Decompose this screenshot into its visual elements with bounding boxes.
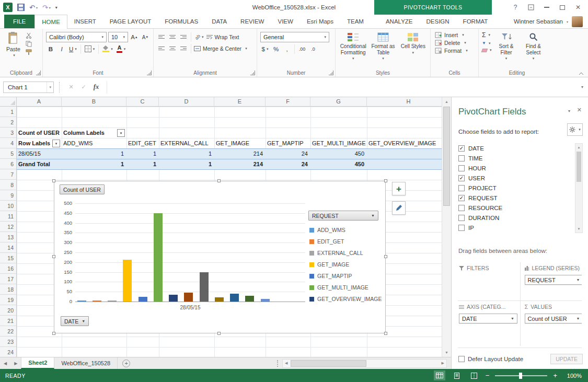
fill-button[interactable]: ▼▾ xyxy=(482,41,492,45)
tab-design[interactable]: DESIGN xyxy=(420,15,456,28)
sheet-nav-right-icon[interactable]: ▶ xyxy=(10,361,21,366)
cell-C6[interactable]: 1 xyxy=(126,159,159,169)
row-header-5[interactable]: 5 xyxy=(0,148,16,159)
chart-bar-get-multi-image[interactable] xyxy=(154,213,163,302)
cell-C5[interactable]: 1 xyxy=(126,148,159,159)
chart-handle[interactable] xyxy=(217,179,221,182)
cell-E4[interactable]: GET_IMAGE xyxy=(214,138,266,148)
cell-B6[interactable]: 1 xyxy=(62,159,126,169)
clipboard-dialog-launcher[interactable] xyxy=(36,71,41,75)
bold-button[interactable]: B xyxy=(46,44,55,54)
column-header-f[interactable]: F xyxy=(266,97,310,106)
percent-style-button[interactable]: % xyxy=(271,44,281,54)
save-button[interactable] xyxy=(17,4,25,11)
field-checkbox-ip[interactable] xyxy=(458,225,465,231)
row-header-1[interactable]: 1 xyxy=(0,107,16,117)
help-button[interactable]: ? xyxy=(508,0,523,15)
field-chip-request[interactable]: REQUEST▼ xyxy=(525,275,582,285)
align-bottom-button[interactable] xyxy=(179,32,188,42)
cell-B5[interactable]: 1 xyxy=(62,148,126,159)
chart-handle[interactable] xyxy=(52,255,55,258)
autosum-button[interactable]: Σ▾ xyxy=(482,32,492,38)
field-item-time[interactable]: TIME xyxy=(458,153,573,163)
view-page-layout-icon[interactable] xyxy=(451,371,463,380)
cell-B3[interactable]: Column Labels▾ xyxy=(62,128,126,138)
format-cells-button[interactable]: Format▾ xyxy=(435,48,475,54)
defer-layout-checkbox[interactable] xyxy=(458,356,465,362)
row-header-3[interactable]: 3 xyxy=(0,128,16,138)
number-dialog-launcher[interactable] xyxy=(329,71,333,75)
field-item-date[interactable]: ✓DATE xyxy=(458,143,573,153)
chart-handle[interactable] xyxy=(52,332,55,335)
chart-bar-get-maptip[interactable] xyxy=(139,297,147,302)
cell-C4[interactable]: EDIT_GET xyxy=(126,138,159,148)
chart-bar-get-image[interactable] xyxy=(123,260,132,302)
view-page-break-icon[interactable] xyxy=(468,371,480,380)
row-header-13[interactable]: 13 xyxy=(0,232,16,242)
row-header-4[interactable]: 4 xyxy=(0,138,16,148)
row-header-19[interactable]: 19 xyxy=(0,295,16,305)
field-checkbox-request[interactable]: ✓ xyxy=(458,195,465,201)
zoom-out-button[interactable]: − xyxy=(486,372,490,379)
row-header-17[interactable]: 17 xyxy=(0,274,16,284)
chart-bar-series-9[interactable] xyxy=(200,272,209,302)
align-top-button[interactable] xyxy=(157,32,166,42)
sheet-nav-left-icon[interactable]: ◀ xyxy=(0,361,10,366)
column-header-h[interactable]: H xyxy=(367,97,442,106)
cell-H4[interactable]: GET_OVERVIEW_IMAGE xyxy=(367,138,442,148)
row-header-8[interactable]: 8 xyxy=(0,180,16,190)
formula-bar-expand-icon[interactable]: ▾ xyxy=(577,85,588,89)
legend-item-get-image[interactable]: GET_IMAGE xyxy=(309,259,382,270)
orientation-button[interactable]: ab▾ xyxy=(194,32,205,42)
row-header-14[interactable]: 14 xyxy=(0,242,16,253)
undo-button[interactable]: ↶▾ xyxy=(29,4,38,11)
new-sheet-button[interactable]: + xyxy=(122,360,130,367)
field-chip-count-of-user[interactable]: Count of USER▼ xyxy=(525,314,582,323)
chart-handle[interactable] xyxy=(384,332,387,335)
pane-options-icon[interactable]: ▾ xyxy=(568,109,570,113)
area-axis[interactable]: AXIS (CATEG... DATE▼ xyxy=(458,301,520,346)
chart-bar-series-11[interactable] xyxy=(230,294,239,302)
close-button[interactable]: ✕ xyxy=(570,0,586,15)
chart-bar-add-wms[interactable] xyxy=(77,300,86,302)
tools-gear-button[interactable]: ▾ xyxy=(567,123,583,136)
cell-D4[interactable]: EXTERNAL_CALL xyxy=(159,138,214,148)
borders-button[interactable]: ▾ xyxy=(84,44,96,54)
field-item-duration[interactable]: DURATION xyxy=(458,213,573,223)
cancel-icon[interactable]: ✕ xyxy=(65,84,77,90)
cell-B4[interactable]: ADD_WMS xyxy=(62,138,126,148)
cell-D6[interactable]: 1 xyxy=(159,159,214,169)
name-box[interactable]: Chart 1 ▾ xyxy=(3,82,54,93)
row-header-10[interactable]: 10 xyxy=(0,201,16,211)
cell-A4[interactable]: Row Labels▾ xyxy=(17,138,62,148)
field-chip-date[interactable]: DATE▼ xyxy=(459,314,517,323)
restore-button[interactable] xyxy=(555,0,570,15)
cell-A5[interactable]: 28/05/15 xyxy=(17,148,62,159)
cell-F6[interactable]: 24 xyxy=(266,159,310,169)
font-size-combo[interactable]: 10▾ xyxy=(108,32,128,42)
pivot-chart[interactable]: Count of USER REQUEST▼ DATE▼ ADD_WMSEDIT… xyxy=(54,181,386,333)
tab-esri-maps[interactable]: Esri Maps xyxy=(300,15,340,28)
legend-item-add-wms[interactable]: ADD_WMS xyxy=(309,224,382,236)
chart-axis-field-button[interactable]: DATE▼ xyxy=(61,316,89,326)
cell-styles-button[interactable]: Cell Styles▾ xyxy=(399,30,428,62)
font-color-button[interactable]: A▾ xyxy=(116,44,127,54)
number-format-combo[interactable]: General▾ xyxy=(260,32,329,42)
align-center-button[interactable] xyxy=(168,43,177,53)
copy-button[interactable] xyxy=(26,41,32,47)
update-button[interactable]: UPDATE xyxy=(550,354,583,364)
sheet-tab-weboffice-150528[interactable]: WebOffice_150528 xyxy=(54,357,118,369)
enter-icon[interactable]: ✓ xyxy=(77,84,90,90)
row-header-9[interactable]: 9 xyxy=(0,190,16,201)
column-header-e[interactable]: E xyxy=(214,97,266,106)
sort-filter-button[interactable]: Sort & Filter▾ xyxy=(494,30,519,62)
tab-insert[interactable]: INSERT xyxy=(67,15,103,28)
hscroll-right-icon[interactable]: ▶ xyxy=(440,361,446,365)
row-header-2[interactable]: 2 xyxy=(0,117,16,128)
legend-item-get-overview-image[interactable]: GET_OVERVIEW_IMAGE xyxy=(309,293,382,305)
find-select-button[interactable]: Find & Select▾ xyxy=(521,30,546,62)
row-header-23[interactable]: 23 xyxy=(0,337,16,347)
tab-format[interactable]: FORMAT xyxy=(456,15,495,28)
decrease-font-button[interactable]: A▼ xyxy=(141,32,150,42)
tab-view[interactable]: VIEW xyxy=(271,15,299,28)
